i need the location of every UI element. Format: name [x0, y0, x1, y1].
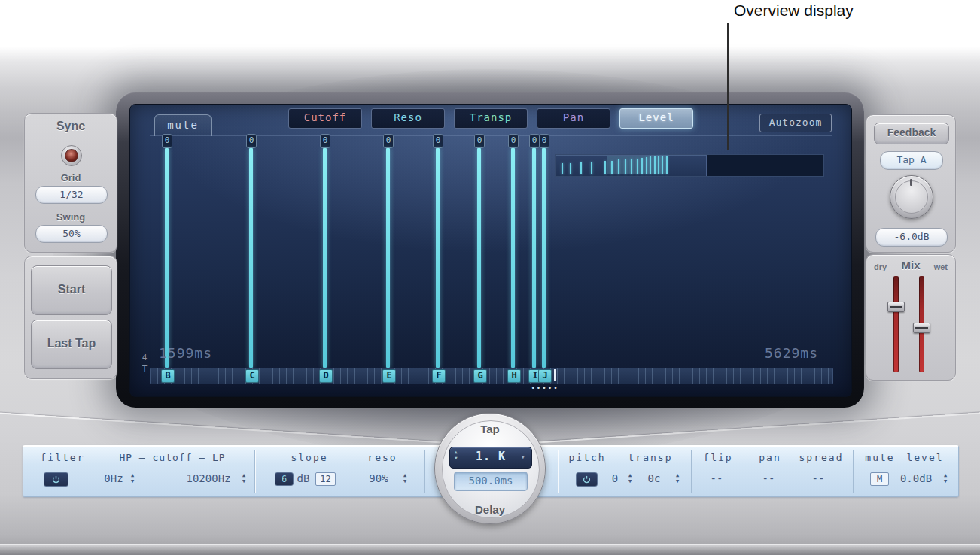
arrow-down-icon[interactable]: ▼: [403, 478, 406, 484]
slope-6db-badge[interactable]: 6: [275, 472, 294, 486]
power-icon: [52, 475, 60, 484]
tap-letter-J[interactable]: J: [538, 369, 552, 383]
sync-led-icon: [65, 149, 78, 162]
section-divider: [254, 450, 255, 493]
tap-pad-label: Tap: [435, 423, 545, 435]
dry-slider-track[interactable]: [893, 276, 899, 372]
flip-header: flip: [703, 452, 732, 463]
feedback-knob-indicator-icon: [910, 179, 912, 186]
reso-header: reso: [367, 452, 397, 463]
lp-cutoff-stepper[interactable]: ▲▼: [240, 471, 248, 486]
last-tap-button[interactable]: Last Tap: [31, 320, 112, 369]
sync-label: Sync: [25, 120, 117, 133]
pan-header: pan: [759, 452, 781, 463]
pitch-semitones-value[interactable]: 0: [612, 472, 618, 485]
delay-time-field[interactable]: 500.0ms: [454, 472, 528, 491]
section-divider: [853, 450, 854, 493]
tap-delay-pad[interactable]: Tap 1. K ▲▼ ▾ 500.0ms Delay: [434, 413, 546, 524]
sync-group: Sync Grid 1/32 Swing 50%: [24, 113, 117, 253]
arrow-down-icon[interactable]: ▼: [628, 478, 632, 484]
swing-value-field[interactable]: 50%: [35, 225, 108, 243]
transport-group: Start Last Tap: [24, 256, 117, 379]
sync-led-button[interactable]: [61, 145, 82, 166]
reso-value[interactable]: 90%: [369, 472, 388, 485]
level-stepper[interactable]: ▲▼: [942, 471, 949, 486]
section-divider: [558, 450, 558, 493]
cutoff-header: HP – cutoff – LP: [119, 452, 225, 463]
arrow-down-icon[interactable]: ▼: [944, 478, 947, 484]
hp-cutoff-value[interactable]: 0Hz: [104, 472, 123, 485]
start-button[interactable]: Start: [31, 265, 112, 315]
arrow-down-icon[interactable]: ▼: [242, 478, 245, 484]
level-header: level: [906, 452, 943, 463]
power-icon: [583, 475, 591, 484]
feedback-tap-selector[interactable]: Tap A: [880, 151, 943, 170]
filter-power-button[interactable]: [44, 472, 68, 487]
flip-value[interactable]: --: [711, 472, 723, 485]
slope-12db-badge[interactable]: 12: [315, 472, 336, 486]
arrow-up-icon[interactable]: ▲: [403, 472, 406, 478]
tap-letter-D[interactable]: D: [319, 369, 333, 383]
mute-badge[interactable]: M: [870, 472, 889, 486]
pitch-cents-stepper[interactable]: ▲▼: [674, 471, 681, 486]
feedback-group: Feedback Tap A -6.0dB: [866, 114, 956, 253]
callout-label: Overview display: [734, 2, 854, 20]
section-divider: [424, 450, 425, 493]
delay-designer-plugin: mute CutoffResoTranspPanLevel Autozoom 0…: [0, 0, 980, 555]
slope-unit: dB: [297, 472, 310, 485]
arrow-up-icon[interactable]: ▲: [944, 472, 947, 478]
mute-header: mute: [865, 452, 894, 463]
spread-header: spread: [799, 452, 844, 463]
mix-group: dry Mix wet: [866, 254, 956, 381]
section-divider: [691, 450, 692, 493]
caret-down-icon[interactable]: ▾: [520, 447, 526, 466]
grid-label: Grid: [25, 172, 117, 183]
wet-slider-handle[interactable]: [913, 323, 930, 333]
tap-letter-B[interactable]: B: [161, 369, 175, 383]
slope-header: slope: [291, 452, 327, 463]
tap-display[interactable]: mute CutoffResoTranspPanLevel Autozoom 0…: [129, 104, 852, 397]
spread-value[interactable]: --: [812, 472, 825, 485]
swing-label: Swing: [25, 211, 117, 223]
lp-cutoff-value[interactable]: 10200Hz: [186, 472, 230, 485]
arrow-up-icon[interactable]: ▲: [676, 472, 679, 478]
arrow-down-icon[interactable]: ▼: [131, 478, 134, 484]
pitch-cents-value[interactable]: 0c: [648, 472, 661, 485]
tap-letters: BCDEFGHIJ: [130, 105, 851, 396]
arrow-up-icon[interactable]: ▲: [242, 472, 245, 478]
hp-cutoff-stepper[interactable]: ▲▼: [129, 471, 136, 486]
grid-value-field[interactable]: 1/32: [35, 186, 108, 204]
pitch-power-button[interactable]: [576, 472, 598, 487]
callout-line: [727, 23, 729, 150]
feedback-button[interactable]: Feedback: [874, 123, 949, 144]
tap-letter-C[interactable]: C: [245, 369, 259, 383]
overflow-dots: •••••: [519, 384, 571, 392]
tap-selector-value: 1. K: [476, 450, 506, 463]
tap-letter-H[interactable]: H: [507, 369, 521, 383]
tap-letter-E[interactable]: E: [382, 369, 396, 383]
filter-header: filter: [41, 452, 85, 463]
ruler-playhead-tick: [554, 369, 556, 381]
tap-letter-F[interactable]: F: [432, 369, 446, 383]
pan-value[interactable]: --: [762, 472, 775, 485]
tap-selector-field[interactable]: 1. K ▲▼ ▾: [449, 447, 532, 469]
pitch-header: pitch: [568, 452, 605, 463]
delay-pad-label: Delay: [435, 503, 545, 516]
pitch-semitones-stepper[interactable]: ▲▼: [626, 471, 634, 486]
transp-header: transp: [628, 452, 673, 463]
dry-slider-handle[interactable]: [887, 302, 905, 312]
window-bottom-edge: [0, 544, 980, 555]
feedback-value-field[interactable]: -6.0dB: [875, 228, 948, 247]
arrow-down-icon[interactable]: ▼: [676, 478, 679, 484]
reso-stepper[interactable]: ▲▼: [401, 471, 409, 486]
arrow-up-icon[interactable]: ▲: [131, 472, 134, 478]
wet-label: wet: [934, 262, 948, 271]
dry-slider-ticks: [883, 278, 889, 371]
arrow-up-icon[interactable]: ▲: [628, 472, 632, 478]
level-value[interactable]: 0.0dB: [900, 472, 932, 485]
feedback-knob[interactable]: [890, 175, 933, 219]
tap-letter-G[interactable]: G: [473, 369, 487, 383]
tap-selector-stepper-icon[interactable]: ▲▼: [455, 449, 458, 462]
